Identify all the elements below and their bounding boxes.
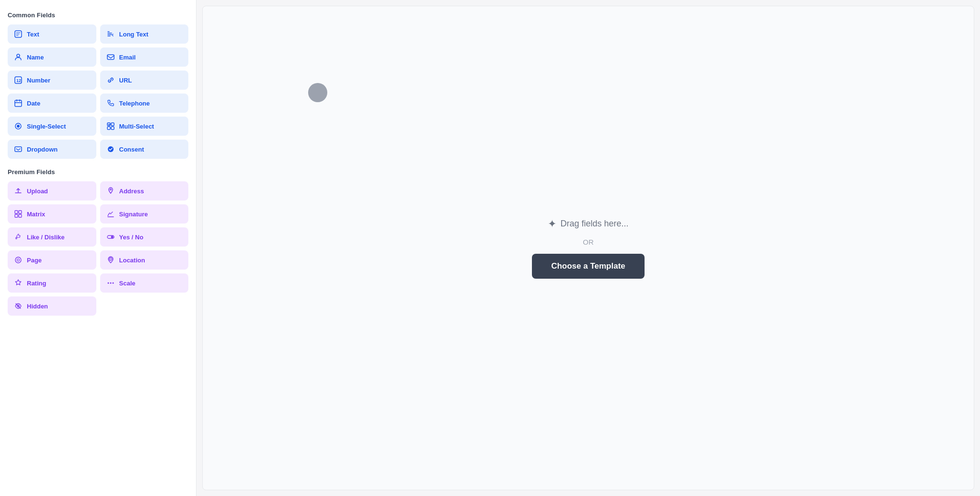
single-select-icon xyxy=(13,121,23,131)
drag-hint: ✦ Drag fields here... xyxy=(548,218,628,230)
svg-point-20 xyxy=(111,236,113,238)
premium-fields-grid: Upload Address Matrix Signature Like / D… xyxy=(8,181,188,316)
field-item-matrix[interactable]: Matrix xyxy=(8,204,96,224)
rating-label: Rating xyxy=(27,280,46,287)
svg-point-27 xyxy=(112,283,114,284)
common-fields-title: Common Fields xyxy=(8,12,188,19)
drag-text: Drag fields here... xyxy=(560,219,628,229)
svg-rect-16 xyxy=(19,211,22,213)
consent-label: Consent xyxy=(119,146,144,153)
svg-point-21 xyxy=(15,257,21,263)
field-item-number[interactable]: 12 Number xyxy=(8,71,96,90)
sparkle-icon: ✦ xyxy=(548,218,556,230)
field-item-upload[interactable]: Upload xyxy=(8,181,96,201)
scale-icon xyxy=(106,278,115,288)
url-icon xyxy=(106,75,115,85)
page-label: Page xyxy=(27,257,42,264)
upload-label: Upload xyxy=(27,188,48,195)
field-item-url[interactable]: URL xyxy=(100,71,189,90)
field-item-hidden[interactable]: Hidden xyxy=(8,296,96,316)
field-item-email[interactable]: Email xyxy=(100,47,189,67)
long-text-icon xyxy=(106,29,115,39)
like-dislike-label: Like / Dislike xyxy=(27,234,65,241)
matrix-label: Matrix xyxy=(27,211,45,218)
scale-label: Scale xyxy=(119,280,136,287)
hidden-icon xyxy=(13,301,23,311)
svg-point-7 xyxy=(17,125,20,128)
svg-point-14 xyxy=(110,189,111,190)
single-select-label: Single-Select xyxy=(27,123,66,130)
svg-point-25 xyxy=(107,283,109,284)
avatar xyxy=(308,83,327,102)
field-item-rating[interactable]: Rating xyxy=(8,273,96,293)
location-icon xyxy=(106,255,115,265)
field-item-page[interactable]: Page xyxy=(8,250,96,270)
field-item-location[interactable]: Location xyxy=(100,250,189,270)
number-label: Number xyxy=(27,77,50,84)
field-item-like-dislike[interactable]: Like / Dislike xyxy=(8,227,96,247)
field-item-signature[interactable]: Signature xyxy=(100,204,189,224)
field-item-consent[interactable]: Consent xyxy=(100,140,189,159)
date-icon xyxy=(13,98,23,108)
form-canvas: ✦ Drag fields here... OR Choose a Templa… xyxy=(202,6,974,490)
premium-fields-title: Premium Fields xyxy=(8,168,188,176)
or-divider: OR xyxy=(583,238,594,246)
location-label: Location xyxy=(119,257,145,264)
svg-point-22 xyxy=(17,259,20,261)
name-icon xyxy=(13,52,23,62)
signature-icon xyxy=(106,209,115,219)
field-item-single-select[interactable]: Single-Select xyxy=(8,117,96,136)
svg-rect-10 xyxy=(107,127,110,130)
svg-rect-15 xyxy=(15,211,18,213)
svg-rect-5 xyxy=(15,100,22,106)
svg-point-1 xyxy=(17,54,20,57)
field-item-telephone[interactable]: Telephone xyxy=(100,94,189,113)
drop-zone: ✦ Drag fields here... OR Choose a Templa… xyxy=(532,218,645,279)
choose-template-button[interactable]: Choose a Template xyxy=(532,254,645,279)
url-label: URL xyxy=(119,77,132,84)
common-fields-grid: Text Long Text Name Email 12 Number URL … xyxy=(8,24,188,159)
multi-select-icon xyxy=(106,121,115,131)
svg-rect-18 xyxy=(19,214,22,217)
field-item-yes-no[interactable]: Yes / No xyxy=(100,227,189,247)
signature-label: Signature xyxy=(119,211,148,218)
consent-icon xyxy=(106,144,115,154)
yes-no-label: Yes / No xyxy=(119,234,144,241)
field-item-dropdown[interactable]: Dropdown xyxy=(8,140,96,159)
email-icon xyxy=(106,52,115,62)
field-item-long-text[interactable]: Long Text xyxy=(100,24,189,44)
rating-icon xyxy=(13,278,23,288)
svg-rect-9 xyxy=(111,123,114,126)
svg-rect-12 xyxy=(15,147,22,152)
multi-select-label: Multi-Select xyxy=(119,123,154,130)
sidebar: Common Fields Text Long Text Name Email … xyxy=(0,0,196,496)
email-label: Email xyxy=(119,54,136,61)
text-icon xyxy=(13,29,23,39)
number-icon: 12 xyxy=(13,75,23,85)
field-item-name[interactable]: Name xyxy=(8,47,96,67)
yes-no-icon xyxy=(106,232,115,242)
field-item-multi-select[interactable]: Multi-Select xyxy=(100,117,189,136)
svg-rect-2 xyxy=(107,55,114,59)
field-item-date[interactable]: Date xyxy=(8,94,96,113)
text-label: Text xyxy=(27,31,39,38)
svg-rect-11 xyxy=(111,127,114,130)
address-icon xyxy=(106,186,115,196)
like-dislike-icon xyxy=(13,232,23,242)
page-icon xyxy=(13,255,23,265)
upload-icon xyxy=(13,186,23,196)
svg-text:12: 12 xyxy=(16,78,21,83)
dropdown-label: Dropdown xyxy=(27,146,58,153)
telephone-label: Telephone xyxy=(119,100,150,107)
svg-point-26 xyxy=(110,283,111,284)
telephone-icon xyxy=(106,98,115,108)
hidden-label: Hidden xyxy=(27,303,48,310)
address-label: Address xyxy=(119,188,144,195)
matrix-icon xyxy=(13,209,23,219)
name-label: Name xyxy=(27,54,44,61)
field-item-text[interactable]: Text xyxy=(8,24,96,44)
svg-point-24 xyxy=(110,259,111,260)
field-item-scale[interactable]: Scale xyxy=(100,273,189,293)
svg-rect-17 xyxy=(15,214,18,217)
field-item-address[interactable]: Address xyxy=(100,181,189,201)
